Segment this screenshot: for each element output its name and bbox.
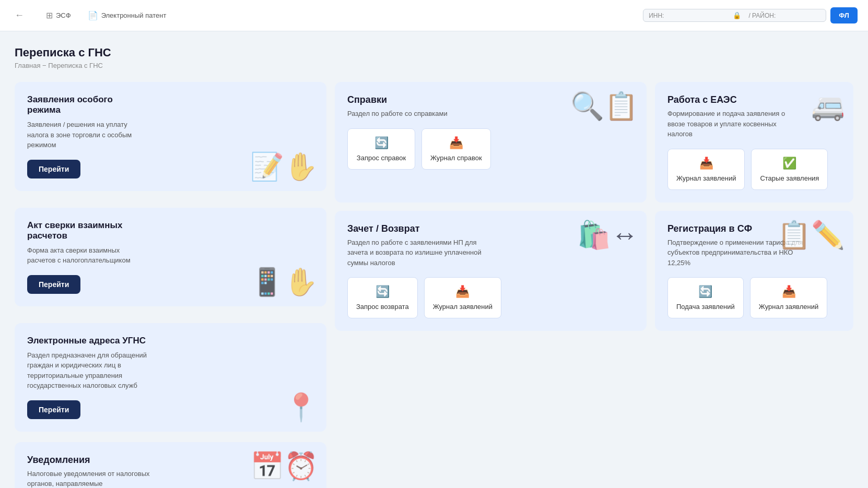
- registraciya-actions: 🔄 Подача заявлений 📥 Журнал заявлений: [667, 277, 841, 318]
- rayon-input[interactable]: [779, 11, 820, 19]
- card-zachet: Зачет / Возврат Раздел по работе с заявл…: [335, 211, 647, 331]
- spravki-actions: 🔄 Запрос справок 📥 Журнал справок: [347, 128, 634, 170]
- zapros-icon: 🔄: [374, 136, 389, 150]
- zapros-spravok-button[interactable]: 🔄 Запрос справок: [347, 128, 415, 170]
- breadcrumb-current: Переписка с ГНС: [48, 62, 103, 69]
- page-title: Переписка с ГНС: [15, 46, 853, 59]
- side-card-akt-sverki: Акт сверки взаимных расчетов Форма акта …: [15, 208, 326, 306]
- podacha-zayavleniy-button[interactable]: 🔄 Подача заявлений: [667, 277, 744, 318]
- jurnal-spravok-label: Журнал справок: [430, 154, 482, 162]
- cards-grid: Справки Раздел по работе со справками 🔍📋…: [15, 82, 853, 488]
- jurnal-eaes-icon: 📥: [699, 157, 713, 170]
- tab-esf[interactable]: ⊞ ЭСФ: [39, 7, 78, 23]
- akt-sverki-illustration: 📱✋: [250, 266, 318, 298]
- jurnal-spravok-button[interactable]: 📥 Журнал справок: [421, 128, 491, 170]
- zayavleniya-osobogo-go-button[interactable]: Перейти: [27, 160, 80, 178]
- card-registraciya: Регистрация в СФ Подтверждение о примене…: [655, 211, 853, 331]
- inn-field: ИНН: 🔒 / РАЙОН:: [643, 9, 826, 22]
- esf-icon: ⊞: [46, 10, 53, 20]
- eaes-actions: 📥 Журнал заявлений ✅ Старые заявления: [667, 149, 841, 190]
- jurnal-zayavleniy-reg-button[interactable]: 📥 Журнал заявлений: [750, 277, 827, 318]
- jurnal-reg-icon: 📥: [782, 285, 796, 299]
- main-content: Переписка с ГНС Главная − Переписка с ГН…: [0, 31, 868, 488]
- elektronnye-adresa-illustration: 📍: [284, 391, 318, 423]
- card-spravki: Справки Раздел по работе со справками 🔍📋…: [335, 82, 647, 203]
- tab-patent-label: Электронный патент: [101, 11, 167, 19]
- side-card-zayavleniya-osobogo: Заявления особого режима Заявления / реш…: [15, 82, 326, 191]
- card-uvedomleniya: Уведомления Налоговые уведомления от нал…: [15, 442, 326, 489]
- registraciya-illustration: 📋✏️: [777, 219, 845, 251]
- side-card-zayavleniya-desc: Заявления / решения на уплату налога в з…: [27, 120, 147, 150]
- breadcrumb: Главная − Переписка с ГНС: [15, 62, 853, 69]
- podacha-zayavleniy-label: Подача заявлений: [676, 303, 735, 311]
- jurnal-zachet-icon: 📥: [455, 285, 470, 299]
- right-column: Заявления особого режима Заявления / реш…: [15, 82, 326, 434]
- breadcrumb-sep: −: [42, 62, 48, 69]
- card-eaes: Работа с ЕАЭС Формирование и подача заяв…: [655, 82, 853, 203]
- jurnal-zayavleniy-zachet-button[interactable]: 📥 Журнал заявлений: [424, 277, 501, 318]
- jurnal-zayavleniy-zachet-label: Журнал заявлений: [433, 303, 492, 311]
- eaes-illustration: 🚐: [811, 90, 845, 122]
- rayon-label: / РАЙОН:: [748, 12, 776, 19]
- breadcrumb-home: Главная: [15, 62, 40, 69]
- side-card-zayavleniya-title: Заявления особого режима: [27, 94, 147, 115]
- starye-icon: ✅: [782, 157, 796, 170]
- card-eaes-desc: Формирование и подача заявления о ввозе …: [667, 109, 803, 139]
- elektronnye-adresa-go-button[interactable]: Перейти: [27, 400, 80, 419]
- starye-zayavleniya-button[interactable]: ✅ Старые заявления: [751, 149, 828, 190]
- uvedomleniya-illustration: 📅⏰: [250, 450, 318, 482]
- starye-zayavleniya-label: Старые заявления: [760, 174, 819, 182]
- side-card-akt-title: Акт сверки взаимных расчетов: [27, 220, 147, 241]
- side-card-elektronnye-title: Электронные адреса УГНС: [27, 336, 147, 346]
- header-tabs: ⊞ ЭСФ 📄 Электронный патент: [39, 7, 632, 23]
- header: ← ⊞ ЭСФ 📄 Электронный патент ИНН: 🔒 / РА…: [0, 0, 868, 31]
- card-zachet-desc: Раздел по работе с заявлениями НП для за…: [347, 237, 483, 268]
- jurnal-spravok-icon: 📥: [449, 136, 463, 150]
- zapros-spravok-label: Запрос справок: [357, 154, 406, 162]
- header-right: ИНН: 🔒 / РАЙОН: ФЛ: [643, 7, 858, 23]
- tab-esf-label: ЭСФ: [56, 11, 71, 19]
- zapros-vozvrata-label: Запрос возврата: [356, 303, 409, 311]
- fl-button[interactable]: ФЛ: [830, 7, 858, 23]
- jurnal-zayavleniy-eaes-label: Журнал заявлений: [676, 174, 736, 182]
- inn-label: ИНН:: [649, 12, 664, 19]
- zachet-actions: 🔄 Запрос возврата 📥 Журнал заявлений: [347, 277, 634, 318]
- akt-sverki-go-button[interactable]: Перейти: [27, 275, 80, 294]
- zapros-vozvrata-icon: 🔄: [376, 285, 390, 299]
- patent-icon: 📄: [88, 10, 98, 20]
- jurnal-zayavleniy-reg-label: Журнал заявлений: [759, 303, 818, 311]
- inn-input[interactable]: [667, 11, 730, 19]
- lock-icon: 🔒: [733, 11, 741, 19]
- card-uvedomleniya-desc: Налоговые уведомления от налоговых орган…: [27, 469, 163, 489]
- side-card-elektronnye-desc: Раздел предназначен для обращений гражда…: [27, 350, 147, 391]
- side-card-akt-desc: Форма акта сверки взаимных расчетов с на…: [27, 245, 147, 266]
- side-card-elektronnye-adresa: Электронные адреса УГНС Раздел предназна…: [15, 323, 326, 432]
- zayavleniya-osobogo-illustration: 📝✋: [250, 151, 318, 183]
- jurnal-zayavleniy-eaes-button[interactable]: 📥 Журнал заявлений: [667, 149, 745, 190]
- zachet-illustration: 🛍️↔️: [577, 219, 638, 251]
- zapros-vozvrata-button[interactable]: 🔄 Запрос возврата: [347, 277, 418, 318]
- podacha-icon: 🔄: [698, 285, 712, 299]
- card-spravki-desc: Раздел по работе со справками: [347, 109, 483, 119]
- back-button[interactable]: ←: [10, 8, 28, 23]
- spravki-illustration: 🔍📋: [570, 90, 638, 122]
- tab-patent[interactable]: 📄 Электронный патент: [80, 7, 174, 23]
